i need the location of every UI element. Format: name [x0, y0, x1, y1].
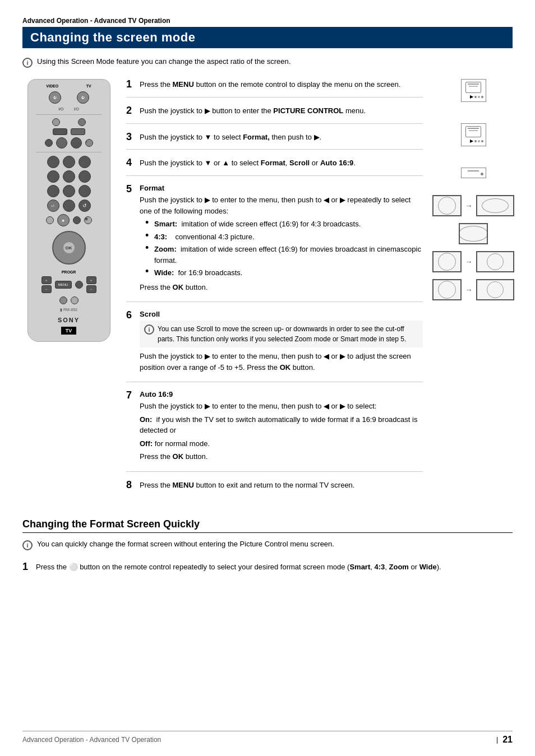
- section-header: Advanced Operation - Advanced TV Operati…: [22, 17, 513, 25]
- ch-group: + −: [86, 276, 96, 293]
- step-6-header: Scroll: [140, 310, 423, 318]
- num-4[interactable]: [47, 170, 59, 183]
- rs-indicators-2: ▶: [464, 138, 483, 143]
- page: Advanced Operation - Advanced TV Operati…: [0, 0, 535, 756]
- step-6-info-icon: i: [144, 324, 154, 335]
- numpad-row-1: [47, 156, 91, 168]
- btn-special-3[interactable]: ↺: [79, 200, 91, 212]
- num-8[interactable]: [63, 185, 75, 197]
- arrow-wide: →: [465, 257, 473, 266]
- ch-up[interactable]: +: [86, 276, 96, 284]
- btn-b2[interactable]: [71, 296, 79, 304]
- btn-tiny-2[interactable]: [73, 216, 81, 224]
- btn-m4[interactable]: [71, 137, 82, 149]
- rs-arrow-1: ▶: [470, 94, 473, 99]
- step-5-row: 5 Format Push the joystick to ▶ to enter…: [126, 184, 423, 295]
- rs-line-5: [468, 170, 479, 171]
- num-6[interactable]: [79, 170, 91, 183]
- ch-down[interactable]: −: [86, 285, 96, 293]
- vol-up[interactable]: +: [41, 276, 52, 284]
- rs-line-2: [469, 86, 478, 87]
- numpad: +/- ↺ ✱ ⊕: [46, 156, 92, 226]
- step-7-intro: Push the joystick to ▶ to enter to the m…: [140, 401, 423, 412]
- joystick[interactable]: OK: [52, 231, 86, 265]
- screen-circle-1: [438, 197, 456, 215]
- btn-tiny-3[interactable]: ⊕: [84, 216, 92, 224]
- num-9[interactable]: [79, 185, 91, 197]
- step-5-header: Format: [140, 184, 423, 192]
- bullet-wide: • Wide: for 16:9 broadcasts.: [145, 267, 423, 279]
- step-6-info-text: You can use Scroll to move the screen up…: [158, 324, 418, 344]
- step-2-row: 2 Push the joystick to ▶ button to enter…: [126, 105, 423, 117]
- rs-dot-7: [481, 173, 483, 175]
- screen-normal-2: [459, 223, 488, 244]
- tv-badge: TV: [61, 327, 77, 335]
- btn-mid-2[interactable]: [71, 128, 85, 135]
- step-1: 1 Press the MENU button on the remote co…: [126, 79, 423, 98]
- step-3-num: 3: [126, 132, 136, 143]
- page-footer: Advanced Operation - Advanced TV Operati…: [22, 731, 513, 745]
- mute-btn[interactable]: [75, 281, 83, 289]
- step-6-num: 6: [126, 310, 136, 321]
- bullet-dot-3: •: [145, 243, 151, 266]
- footer-page-num: 21: [502, 735, 513, 745]
- step-3: 3 Push the joystick to ▼ to select Forma…: [126, 132, 423, 150]
- step-6-info-row: i You can use Scroll to move the screen …: [140, 321, 423, 347]
- ok-button[interactable]: OK: [63, 242, 75, 254]
- sub-info-icon: i: [22, 540, 33, 550]
- rs-line-1: [468, 84, 479, 85]
- vol-down[interactable]: −: [41, 285, 52, 293]
- sub-section: Changing the Format Screen Quickly i You…: [22, 518, 513, 573]
- step-7-row: 7 Auto 16:9 Push the joystick to ▶ to en…: [126, 390, 423, 465]
- btn-tiny-1[interactable]: [46, 216, 54, 224]
- rs-group-3: [461, 168, 486, 178]
- btn-special-2[interactable]: [63, 200, 75, 212]
- power-btn-1[interactable]: ⏻: [49, 91, 61, 104]
- step-7: 7 Auto 16:9 Push the joystick to ▶ to en…: [126, 390, 423, 472]
- step-8-num: 8: [126, 480, 136, 491]
- footer-right: | 21: [496, 735, 513, 745]
- num-2[interactable]: [63, 156, 75, 168]
- rs-dot-2: [478, 96, 480, 98]
- step-4: 4 Push the joystick to ▼ or ▲ to select …: [126, 157, 423, 176]
- arrow-auto: →: [465, 285, 473, 294]
- step-4-row: 4 Push the joystick to ▼ or ▲ to select …: [126, 157, 423, 169]
- btn-s4[interactable]: ↑: [85, 139, 93, 147]
- rs-dot-5: [478, 140, 480, 142]
- step-6-body: i You can use Scroll to move the screen …: [140, 321, 423, 373]
- mode-diagram-zoom: [459, 223, 488, 244]
- btn-small-1[interactable]: [52, 118, 60, 126]
- step-3-text: Push the joystick to ▼ to select Format,…: [140, 132, 321, 143]
- btn-star[interactable]: ✱: [57, 214, 70, 226]
- num-3[interactable]: [79, 156, 91, 168]
- step-5-intro: Push the joystick to ▶ to enter to the m…: [140, 194, 423, 216]
- divider-1: [36, 114, 102, 115]
- info-icon: i: [22, 58, 33, 68]
- step-6-body-text: Push the joystick to ▶ to enter to the m…: [140, 351, 423, 373]
- btn-m3[interactable]: [56, 137, 67, 149]
- num-1[interactable]: [47, 156, 59, 168]
- btn-special-1[interactable]: +/-: [47, 200, 59, 212]
- btn-b1[interactable]: [59, 296, 67, 304]
- screen-normal-4: [432, 279, 462, 300]
- step-2-num: 2: [126, 105, 136, 117]
- step-8-text: Press the MENU button to exit and return…: [140, 480, 354, 491]
- btn-mid-1[interactable]: [53, 128, 67, 135]
- footer-left: Advanced Operation - Advanced TV Operati…: [22, 736, 161, 744]
- num-5[interactable]: [63, 170, 75, 183]
- screen-circle-4: [438, 281, 456, 299]
- numpad-row-5: ✱ ⊕: [46, 214, 92, 226]
- sub-intro-row: i You can quickly change the format scre…: [22, 540, 513, 550]
- rs-dot-3: [481, 96, 483, 98]
- sub-intro-text: You can quickly change the format screen…: [37, 540, 334, 548]
- btn-small-2[interactable]: [78, 118, 86, 126]
- power-btn-2[interactable]: ⏻: [77, 91, 89, 104]
- menu-btn[interactable]: MENU: [55, 281, 72, 289]
- step-8: 8 Press the MENU button to exit and retu…: [126, 480, 423, 498]
- tv-label-top: TV: [86, 84, 91, 88]
- screen-normal-1: [432, 195, 462, 216]
- num-7[interactable]: [47, 185, 59, 197]
- btn-s3[interactable]: [45, 139, 53, 147]
- breadcrumb: Advanced Operation - Advanced TV Operati…: [22, 17, 513, 25]
- numpad-row-3: [47, 185, 91, 197]
